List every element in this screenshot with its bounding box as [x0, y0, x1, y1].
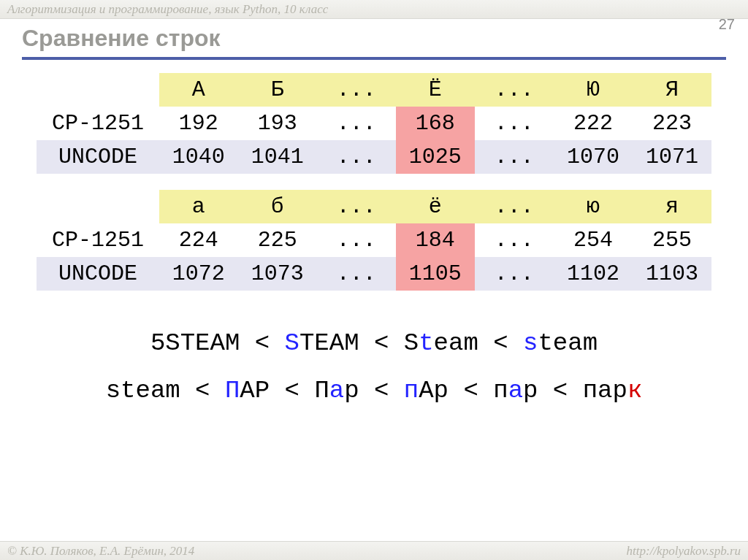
content: АБ...Ё...ЮЯCP-1251192193...168...222223U… [37, 73, 711, 414]
tables-container: АБ...Ё...ЮЯCP-1251192193...168...222223U… [37, 73, 711, 291]
table-cell: 1040 [159, 140, 238, 174]
example-token: П [225, 377, 240, 404]
table-cell: ... [317, 257, 396, 291]
row-label: CP-1251 [37, 107, 159, 140]
page-title: Сравнение строк [22, 25, 221, 52]
example-token: п [493, 377, 508, 404]
table-cell: 254 [554, 223, 633, 257]
code-table-1: АБ...Ё...ЮЯCP-1251192193...168...222223U… [37, 73, 711, 174]
example-token: team [538, 329, 598, 357]
example-token: steam [106, 377, 180, 404]
table-header-cell: ... [317, 73, 396, 107]
table-cell: ... [317, 107, 396, 140]
title-rule [22, 57, 726, 60]
table-cell: 225 [238, 223, 317, 257]
example-token: пар [583, 377, 627, 404]
bottom-bar: © К.Ю. Поляков, Е.А. Ерёмин, 2014 http:/… [0, 541, 748, 560]
table-header-cell: А [159, 73, 238, 107]
table-cell: 168 [396, 107, 475, 140]
example-token: eam [434, 329, 478, 357]
table-header-cell [37, 190, 159, 223]
table-cell: 255 [633, 223, 711, 257]
table-cell: 1103 [633, 257, 711, 291]
example-token: < [478, 329, 523, 357]
table-header-cell: Б [238, 73, 317, 107]
table-header-cell: ... [475, 190, 554, 223]
example-token: s [523, 329, 538, 357]
table-cell: ... [475, 257, 554, 291]
table-cell: 224 [159, 223, 238, 257]
table-cell: 184 [396, 223, 475, 257]
table-header-cell: ю [554, 190, 633, 223]
table-cell: ... [317, 223, 396, 257]
table-header-cell: а [159, 190, 238, 223]
row-label: UNCODE [37, 257, 159, 291]
footer-copyright: © К.Ю. Поляков, Е.А. Ерёмин, 2014 [7, 542, 194, 560]
table-cell: 1071 [633, 140, 711, 174]
example-token: а [508, 377, 523, 404]
table-cell: ... [475, 223, 554, 257]
table-cell: 1025 [396, 140, 475, 174]
table-cell: 1041 [238, 140, 317, 174]
table-cell: 1073 [238, 257, 317, 291]
table-cell: 193 [238, 107, 317, 140]
example-token: < [240, 329, 284, 357]
table-cell: 222 [554, 107, 633, 140]
table-cell: 1070 [554, 140, 633, 174]
example-token: S [404, 329, 419, 357]
table-cell: 1072 [159, 257, 238, 291]
table-header-cell: ё [396, 190, 475, 223]
example-token: Ар [419, 377, 449, 404]
example-token: п [404, 377, 419, 404]
table-cell: ... [475, 107, 554, 140]
table-header-cell [37, 73, 159, 107]
table-header-cell: я [633, 190, 711, 223]
example-token: S [285, 329, 299, 357]
code-table-2: аб...ё...юяCP-1251224225...184...254255U… [37, 190, 711, 291]
example-token: t [419, 329, 433, 357]
table-cell: 1102 [554, 257, 633, 291]
table-cell: ... [317, 140, 396, 174]
table-header-cell: ... [317, 190, 396, 223]
row-label: CP-1251 [37, 223, 159, 257]
table-header-cell: ... [475, 73, 554, 107]
example-line-1: 5STEAM < STEAM < Steam < steam [37, 320, 711, 367]
example-token: < [359, 377, 404, 404]
examples: 5STEAM < STEAM < Steam < steam steam < П… [37, 320, 711, 414]
row-label: UNCODE [37, 140, 159, 174]
example-token: к [627, 377, 642, 404]
example-token: АР [240, 377, 270, 404]
example-token: 5STEAM [150, 329, 240, 357]
table-header-cell: Я [633, 73, 711, 107]
table-cell: 223 [633, 107, 711, 140]
example-token: П [314, 377, 329, 404]
example-token: р [523, 377, 538, 404]
example-token: TEAM [299, 329, 359, 357]
example-token: < [270, 377, 314, 404]
example-line-2: steam < ПАР < Пар < пАр < пар < парк [37, 367, 711, 415]
table-cell: 1105 [396, 257, 475, 291]
table-cell: ... [475, 140, 554, 174]
table-header-cell: б [238, 190, 317, 223]
table-header-cell: Ю [554, 73, 633, 107]
example-token: р [344, 377, 359, 404]
example-token: < [359, 329, 404, 357]
example-token: < [180, 377, 225, 404]
footer-url: http://kpolyakov.spb.ru [627, 542, 741, 560]
page-number: 27 [719, 16, 735, 33]
example-token: а [329, 377, 344, 404]
table-header-cell: Ё [396, 73, 475, 107]
top-bar: Алгоритмизация и программирование, язык … [0, 0, 748, 19]
example-token: < [538, 377, 582, 404]
example-token: < [449, 377, 493, 404]
table-cell: 192 [159, 107, 238, 140]
breadcrumb: Алгоритмизация и программирование, язык … [0, 2, 328, 16]
